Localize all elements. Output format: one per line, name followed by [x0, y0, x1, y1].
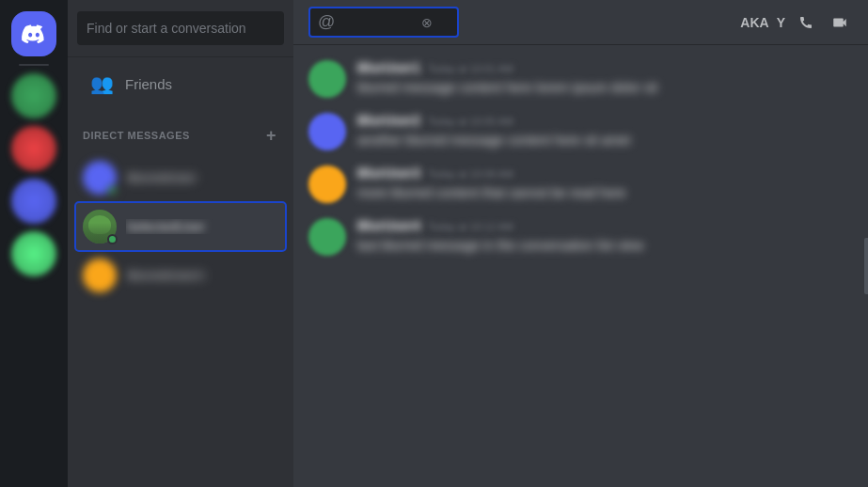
msg-header-2: BlurUser2 Today at 10:05 AM: [357, 113, 853, 128]
msg-text-3: more blurred content that cannot be read…: [357, 184, 853, 203]
msg-header-3: BlurUser3 Today at 10:08 AM: [357, 165, 853, 181]
dm-avatar-selected: [83, 210, 117, 244]
dm-info-1: BlurredUser: [126, 170, 278, 185]
messages-area[interactable]: BlurUser1 Today at 10:01 AM blurred mess…: [293, 45, 868, 487]
search-bar-container: [68, 0, 293, 57]
dm-section-header: DIRECT MESSAGES +: [68, 110, 293, 149]
friends-label: Friends: [125, 76, 172, 92]
msg-avatar-4: [308, 218, 346, 256]
dm-info-selected: SelectedUser: [126, 219, 278, 234]
server-icon-4[interactable]: [11, 231, 56, 276]
msg-timestamp-1: Today at 10:01 AM: [428, 63, 513, 74]
video-button[interactable]: [827, 9, 853, 36]
server-icon-1[interactable]: [11, 73, 56, 118]
status-dot-1: [107, 185, 118, 196]
msg-timestamp-4: Today at 10:12 AM: [428, 221, 513, 232]
main-content: @ ⊗ AKA Y BlurUser1 Today: [293, 0, 868, 487]
msg-timestamp-2: Today at 10:05 AM: [428, 116, 513, 127]
msg-text-2: another blurred message content here sit…: [357, 132, 853, 150]
server-rail: [0, 0, 68, 487]
msg-username-2: BlurUser2: [357, 113, 420, 128]
home-button[interactable]: [11, 11, 56, 56]
dm-item-3[interactable]: BlurredUser3: [75, 251, 286, 300]
dm-name-1: BlurredUser: [126, 170, 278, 185]
header-aka-label: AKA: [740, 15, 768, 30]
msg-avatar-1: [308, 60, 346, 98]
msg-username-1: BlurUser1: [357, 60, 420, 75]
friends-nav-item[interactable]: 👥 Friends: [75, 65, 286, 102]
msg-text-1: blurred message content here lorem ipsum…: [357, 79, 853, 98]
at-input-wrapper: @ ⊗: [308, 7, 459, 38]
msg-avatar-2: [308, 113, 346, 150]
msg-content-3: BlurUser3 Today at 10:08 AM more blurred…: [357, 165, 853, 203]
msg-text-4: last blurred message in the conversation…: [357, 237, 853, 256]
message-row-4: BlurUser4 Today at 10:12 AM last blurred…: [308, 218, 853, 256]
dm-item-1[interactable]: BlurredUser: [75, 153, 286, 202]
msg-username-4: BlurUser4: [357, 218, 420, 233]
message-row-3: BlurUser3 Today at 10:08 AM more blurred…: [308, 165, 853, 203]
msg-content-4: BlurUser4 Today at 10:12 AM last blurred…: [357, 218, 853, 256]
dm-avatar-1: [83, 161, 117, 195]
dm-avatar-3: [83, 259, 117, 292]
search-clear-button[interactable]: ⊗: [421, 15, 433, 30]
dm-name-3: BlurredUser3: [126, 268, 278, 283]
at-icon: @: [318, 12, 335, 32]
dm-info-3: BlurredUser3: [126, 268, 278, 283]
call-button[interactable]: [793, 9, 819, 36]
server-icon-2[interactable]: [11, 126, 56, 171]
phone-icon: [798, 15, 813, 30]
search-input[interactable]: [77, 11, 284, 45]
server-icon-3[interactable]: [11, 179, 56, 224]
message-row-2: BlurUser2 Today at 10:05 AM another blur…: [308, 113, 853, 150]
status-dot-selected: [107, 234, 118, 244]
msg-timestamp-3: Today at 10:08 AM: [428, 168, 513, 180]
header-y-label: Y: [777, 15, 785, 30]
msg-content-1: BlurUser1 Today at 10:01 AM blurred mess…: [357, 60, 853, 98]
msg-header-1: BlurUser1 Today at 10:01 AM: [357, 60, 853, 75]
dm-sidebar: 👥 Friends DIRECT MESSAGES + BlurredUser: [68, 0, 293, 487]
msg-avatar-3: [308, 165, 346, 203]
sidebar-nav: 👥 Friends: [68, 57, 293, 110]
dm-section-title: DIRECT MESSAGES: [83, 130, 190, 141]
msg-content-2: BlurUser2 Today at 10:05 AM another blur…: [357, 113, 853, 150]
scroll-indicator: [864, 238, 868, 294]
dm-item-selected[interactable]: SelectedUser: [75, 202, 286, 251]
friends-icon: 👥: [90, 72, 114, 95]
message-row-1: BlurUser1 Today at 10:01 AM blurred mess…: [308, 60, 853, 98]
server-divider: [19, 64, 49, 66]
video-icon: [831, 14, 848, 31]
channel-header: @ ⊗ AKA Y: [293, 0, 868, 45]
add-dm-button[interactable]: +: [264, 125, 278, 146]
dm-list: BlurredUser SelectedUser Blur: [68, 149, 293, 487]
msg-username-3: BlurUser3: [357, 165, 420, 181]
dm-name-selected: SelectedUser: [126, 219, 278, 234]
msg-header-4: BlurUser4 Today at 10:12 AM: [357, 218, 853, 233]
at-search-input[interactable]: [340, 15, 416, 29]
